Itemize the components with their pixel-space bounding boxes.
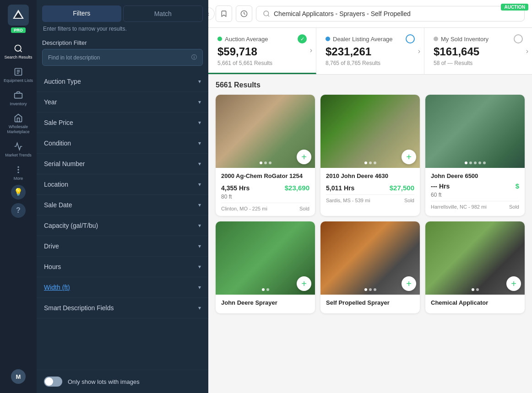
card-location: Sardis, MS - 539 mi xyxy=(326,198,370,203)
results-area: 5661 Results + 2000 Ag-Chem RoGator 1254 xyxy=(208,75,532,393)
add-to-list-button[interactable]: + xyxy=(297,276,311,291)
card-title: Chemical Applicator xyxy=(431,299,519,306)
filter-year[interactable]: Year ▾ xyxy=(37,92,208,113)
card-stats: 5,011 Hrs $27,500 xyxy=(326,184,414,192)
metrics-row: Auction Average ✓ $59,718 5,661 of 5,661… xyxy=(208,28,532,75)
filter-label: Capacity (gal/T/bu) xyxy=(44,222,98,229)
card-title: 2010 John Deere 4630 xyxy=(326,172,414,179)
filter-location[interactable]: Location ▾ xyxy=(37,174,208,195)
tab-match[interactable]: Match xyxy=(123,5,203,22)
equipment-card[interactable]: + Self Propelled Sprayer xyxy=(320,221,420,313)
card-body: John Deere 6500 --- Hrs $ 60 ft Harrells… xyxy=(425,168,525,214)
filter-hours[interactable]: Hours ▾ xyxy=(37,257,208,277)
filter-sale-date[interactable]: Sale Date ▾ xyxy=(37,195,208,215)
card-price: $ xyxy=(516,182,519,190)
dot xyxy=(264,162,267,164)
collapse-panel-button[interactable]: ‹ xyxy=(208,7,215,20)
filter-width[interactable]: Width (ft) ▾ xyxy=(37,277,208,298)
dot xyxy=(483,162,486,164)
filter-capacity[interactable]: Capacity (gal/T/bu) ▾ xyxy=(37,215,208,236)
filter-tabs: Filters Match xyxy=(37,0,208,22)
search-icon xyxy=(263,10,270,17)
filter-drive[interactable]: Drive ▾ xyxy=(37,236,208,257)
chevron-down-icon: ▾ xyxy=(198,119,201,126)
sidebar-item-wholesale-marketplace[interactable]: Wholesale Marketplace xyxy=(0,110,37,138)
images-only-toggle[interactable] xyxy=(44,377,62,387)
card-title: John Deere Sprayer xyxy=(221,299,309,306)
metric-header: Auction Average ✓ xyxy=(217,34,307,43)
equipment-card[interactable]: John Deere 6500 --- Hrs $ 60 ft Harrells… xyxy=(425,95,525,216)
filter-auction-type[interactable]: Auction Type ▾ xyxy=(37,71,208,92)
equipment-card[interactable]: + John Deere Sprayer xyxy=(216,221,315,313)
help-button[interactable]: ? xyxy=(11,203,26,218)
info-icon: ⓘ xyxy=(191,54,197,61)
sidebar-item-search-results[interactable]: Search Results xyxy=(0,40,37,64)
equipment-card[interactable]: + Chemical Applicator xyxy=(425,221,525,313)
chevron-right-icon[interactable]: › xyxy=(418,47,420,55)
sidebar-logo xyxy=(8,5,29,26)
dot xyxy=(474,162,477,164)
description-filter-input[interactable]: Find in lot description ⓘ xyxy=(42,49,203,66)
add-to-list-button[interactable]: + xyxy=(506,276,521,291)
metric-card-my-sold-inventory[interactable]: My Sold Inventory $161,645 58 of --- Res… xyxy=(424,28,532,74)
equipment-card[interactable]: + 2000 Ag-Chem RoGator 1254 AUCTION 4,35… xyxy=(216,95,315,216)
svg-point-9 xyxy=(18,169,19,170)
sidebar-item-label: Search Results xyxy=(4,55,32,60)
chevron-down-icon: ▾ xyxy=(198,99,201,105)
metric-card-dealer-listing-average[interactable]: Dealer Listing Average $231,261 8,765 of… xyxy=(316,28,424,74)
sidebar-item-inventory[interactable]: Inventory xyxy=(0,87,37,110)
add-to-list-button[interactable]: + xyxy=(402,150,416,164)
card-price: $27,500 xyxy=(390,184,414,192)
chevron-down-icon: ▾ xyxy=(198,264,201,270)
add-to-list-button[interactable]: + xyxy=(297,150,311,164)
dot xyxy=(472,288,474,291)
search-input-container[interactable]: Chemical Applicators - Sprayers - Self P… xyxy=(256,6,525,22)
placeholder-text: Find in lot description xyxy=(48,54,100,61)
card-image xyxy=(425,95,525,168)
toggle-label: Only show lots with images xyxy=(68,378,140,385)
filter-smart-description[interactable]: Smart Description Fields ▾ xyxy=(37,298,208,318)
filter-footer: Only show lots with images xyxy=(37,370,208,393)
history-button[interactable] xyxy=(236,5,252,22)
equipment-card[interactable]: + 2010 John Deere 4630 AUCTION 5,011 Hrs… xyxy=(320,95,420,216)
metric-card-auction-average[interactable]: Auction Average ✓ $59,718 5,661 of 5,661… xyxy=(208,28,316,74)
check-outline-gray-icon xyxy=(514,34,523,43)
sidebar-item-more[interactable]: More xyxy=(0,162,37,185)
card-body: 2010 John Deere 4630 AUCTION 5,011 Hrs $… xyxy=(320,168,420,208)
sidebar-item-equipment-lists[interactable]: Equipment Lists xyxy=(0,64,37,87)
card-grid: + 2000 Ag-Chem RoGator 1254 AUCTION 4,35… xyxy=(216,95,525,313)
card-status: Sold xyxy=(509,204,519,210)
filter-hint: Enter filters to narrow your results. xyxy=(37,22,208,36)
tab-filters[interactable]: Filters xyxy=(42,5,121,22)
chevron-right-icon[interactable]: › xyxy=(526,47,528,55)
metric-title: Dealer Listing Average xyxy=(333,36,393,43)
chevron-right-icon[interactable]: › xyxy=(310,46,312,54)
filter-label: Sale Date xyxy=(44,201,72,209)
filter-label: Hours xyxy=(44,263,61,270)
filter-list: Auction Type ▾ Year ▾ Sale Price ▾ Condi… xyxy=(37,71,208,370)
check-icon: ✓ xyxy=(298,34,307,43)
description-filter-section: Description Filter Find in lot descripti… xyxy=(37,36,208,71)
card-image-container: + xyxy=(425,221,525,295)
metric-sub: 5,661 of 5,661 Results xyxy=(217,60,307,66)
bulb-button[interactable]: 💡 xyxy=(11,185,26,199)
sidebar-item-market-trends[interactable]: Market Trends xyxy=(0,138,37,162)
dot xyxy=(476,288,479,291)
card-footer: Clinton, MO - 225 mi Sold xyxy=(221,203,309,211)
dot xyxy=(269,162,271,164)
filter-serial-number[interactable]: Serial Number ▾ xyxy=(37,154,208,174)
filter-label: Condition xyxy=(44,140,71,147)
filter-sale-price[interactable]: Sale Price ▾ xyxy=(37,113,208,133)
filter-condition[interactable]: Condition ▾ xyxy=(37,133,208,154)
chevron-down-icon: ▾ xyxy=(198,222,201,229)
dot xyxy=(374,162,376,164)
card-status: Sold xyxy=(299,206,309,211)
results-number: 5661 xyxy=(216,81,232,89)
dot xyxy=(364,288,367,291)
card-dots xyxy=(472,288,479,291)
avatar[interactable]: M xyxy=(11,369,26,384)
chevron-down-icon: ▾ xyxy=(198,78,201,85)
add-to-list-button[interactable]: + xyxy=(402,276,416,291)
bookmark-button[interactable] xyxy=(216,5,232,22)
metric-title: Auction Average xyxy=(225,36,268,43)
